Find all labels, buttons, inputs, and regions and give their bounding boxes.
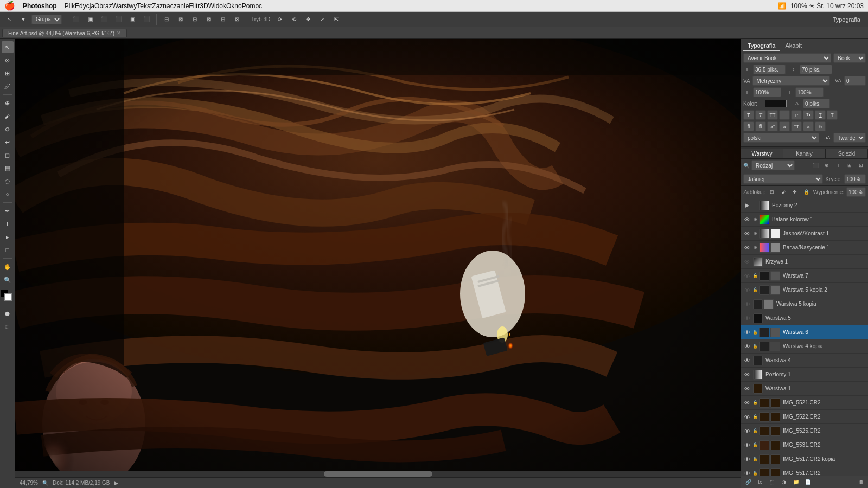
screen-mode-btn[interactable]: ⬚ <box>2 320 14 332</box>
tracking-value-input[interactable] <box>844 76 866 86</box>
lock-pixels-btn[interactable]: ⊡ <box>768 188 777 196</box>
document-tab[interactable]: Fine Art.psd @ 44,8% (Warstwa 6,RGB/16*)… <box>2 29 127 37</box>
sub-btn[interactable]: T₂ <box>803 110 814 120</box>
3d-slide-btn[interactable]: ⤢ <box>316 14 328 25</box>
layer-vis-icon[interactable]: 👁 <box>743 259 751 265</box>
layer-vis-icon[interactable]: 👁 <box>743 400 751 406</box>
move-tool-btn[interactable]: ↖ <box>3 14 15 25</box>
text-color-swatch[interactable] <box>765 100 787 107</box>
add-adjustment-btn[interactable]: ◑ <box>779 478 789 486</box>
ordinal-btn[interactable]: aᵒ <box>767 121 778 131</box>
fill-input[interactable] <box>846 187 866 197</box>
language-select[interactable]: polski <box>743 133 819 143</box>
layer-row[interactable]: 👁 Warstwa 5 kopia <box>741 297 868 311</box>
apple-menu[interactable]: 🍎 <box>4 1 15 11</box>
blur-tool[interactable]: ◌ <box>2 175 14 187</box>
layer-vis-icon[interactable]: 👁 <box>743 442 751 448</box>
layer-row[interactable]: 👁 🔒 Warstwa 4 kopia <box>741 339 868 354</box>
new-group-btn[interactable]: 📁 <box>791 478 801 486</box>
layer-row[interactable]: 👁 🔒 Warstwa 7 <box>741 269 868 283</box>
layer-vis-icon[interactable]: 👁 <box>743 414 751 420</box>
3d-scale-btn[interactable]: ⇱ <box>330 14 342 25</box>
layer-vis-icon[interactable]: 👁 <box>743 357 751 364</box>
ligature-btn[interactable]: fi <box>743 121 754 131</box>
path-select[interactable]: ▸ <box>2 231 14 243</box>
select-tool[interactable]: ↖ <box>2 41 14 53</box>
group-dropdown-btn[interactable]: ▼ <box>17 14 29 25</box>
align-right-btn[interactable]: ⬛ <box>98 14 110 25</box>
layer-row[interactable]: 👁 Warstwa 5 <box>741 311 868 325</box>
italic-btn[interactable]: T <box>755 110 766 120</box>
filter-btn-4[interactable]: ⊞ <box>845 161 854 170</box>
underline-btn[interactable]: T <box>815 110 826 120</box>
layer-row[interactable]: 👁 Krzywe 1 <box>741 255 868 269</box>
swash-btn[interactable]: a <box>779 121 790 131</box>
layer-vis-icon[interactable]: 👁 <box>743 273 751 279</box>
hand-tool[interactable]: ✋ <box>2 261 14 273</box>
lock-pos-btn[interactable]: ✥ <box>790 188 800 196</box>
delete-layer-btn[interactable]: 🗑 <box>856 478 866 486</box>
filter-btn-2[interactable]: ⊕ <box>822 161 832 170</box>
blend-mode-select[interactable]: Jaśniej <box>743 174 823 184</box>
history-brush[interactable]: ↩ <box>2 136 14 148</box>
lasso-tool[interactable]: ⊙ <box>2 54 14 66</box>
align-left-btn[interactable]: ⬛ <box>70 14 82 25</box>
layer-vis-icon[interactable]: 👁 <box>743 470 751 476</box>
clone-tool[interactable]: ⊚ <box>2 123 14 135</box>
strike-btn[interactable]: T <box>827 110 838 120</box>
3d-roll-btn[interactable]: ⟲ <box>288 14 300 25</box>
layer-row[interactable]: 👁 🔒 IMG_5521.CR2 <box>741 396 868 410</box>
menu-obraz[interactable]: Obraz <box>94 2 112 10</box>
3d-rotate-btn[interactable]: ⟳ <box>274 14 286 25</box>
filter-btn-3[interactable]: T <box>833 161 843 170</box>
horizontal-scale-input[interactable] <box>795 87 824 97</box>
tracking-method-select[interactable]: Metryczny <box>752 76 830 86</box>
brush-tool[interactable]: 🖌 <box>2 110 14 122</box>
filter-btn-5[interactable]: ⊡ <box>856 161 866 170</box>
crop-tool[interactable]: ⊞ <box>2 67 14 79</box>
super-btn[interactable]: T² <box>791 110 802 120</box>
link-layers-btn[interactable]: 🔗 <box>743 478 753 486</box>
layer-row[interactable]: 👁 🔒 IMG_5517.CR2 <box>741 466 868 476</box>
tab-akapit[interactable]: Akapit <box>781 41 806 51</box>
allcaps-btn[interactable]: TT <box>767 110 778 120</box>
tab-typografia[interactable]: Typografia <box>743 41 780 51</box>
spot-heal-tool[interactable]: ⊕ <box>2 97 14 109</box>
layer-vis-icon[interactable]: 👁 <box>743 456 751 463</box>
eraser-tool[interactable]: ◻ <box>2 149 14 161</box>
layer-row[interactable]: 👁 🔒 IMG_5531.CR2 <box>741 438 868 452</box>
menu-okno[interactable]: Okno <box>226 2 242 10</box>
baseline-input[interactable] <box>803 99 830 108</box>
layer-row[interactable]: 👁 Warstwa 1 <box>741 382 868 396</box>
distribute2-btn[interactable]: ⊠ <box>175 14 187 25</box>
group-select[interactable]: Grupa <box>31 15 62 24</box>
opacity-input[interactable] <box>844 174 866 184</box>
alt-ligature-btn[interactable]: fi <box>755 121 766 131</box>
layer-row[interactable]: 👁 ⊙ Barwa/Nasycenie 1 <box>741 241 868 255</box>
layer-vis-icon[interactable]: 👁 <box>743 386 751 392</box>
pen-tool[interactable]: ✒ <box>2 205 14 217</box>
titling-btn[interactable]: TT <box>791 121 802 131</box>
menu-filtr[interactable]: Filtr <box>189 2 200 10</box>
horizontal-scrollbar[interactable] <box>15 471 741 477</box>
menu-warstwy[interactable]: Warstwy <box>112 2 137 10</box>
layer-row[interactable]: 👁 Warstwa 4 <box>741 354 868 368</box>
layer-row[interactable]: 👁 ⊙ Jasność/Kontrast 1 <box>741 227 868 241</box>
layer-vis-icon[interactable]: 👁 <box>743 301 751 307</box>
layer-vis-icon[interactable]: ▶ <box>743 202 751 209</box>
type-tool[interactable]: T <box>2 218 14 230</box>
layer-row[interactable]: ▶ Poziomy 2 <box>741 198 868 213</box>
zoom-tool[interactable]: 🔍 <box>2 274 14 286</box>
new-layer-btn[interactable]: 📄 <box>803 478 813 486</box>
distribute-btn[interactable]: ⊟ <box>161 14 173 25</box>
menu-3d[interactable]: 3D <box>200 2 208 10</box>
layer-row[interactable]: 👁 ⊙ Balans kolorów 1 <box>741 213 868 227</box>
dodge-tool[interactable]: ○ <box>2 188 14 200</box>
menu-pomoc[interactable]: Pomoc <box>242 2 262 10</box>
tab-warstwy[interactable]: Warstwy <box>741 149 783 158</box>
align-top-btn[interactable]: ⬛ <box>112 14 124 25</box>
menu-tekst[interactable]: Tekst <box>137 2 152 10</box>
layer-row[interactable]: 👁 🔒 IMG_5517.CR2 kopia <box>741 452 868 466</box>
layer-row[interactable]: 👁 🔒 IMG_5522.CR2 <box>741 410 868 424</box>
smallcaps-btn[interactable]: TT <box>779 110 790 120</box>
